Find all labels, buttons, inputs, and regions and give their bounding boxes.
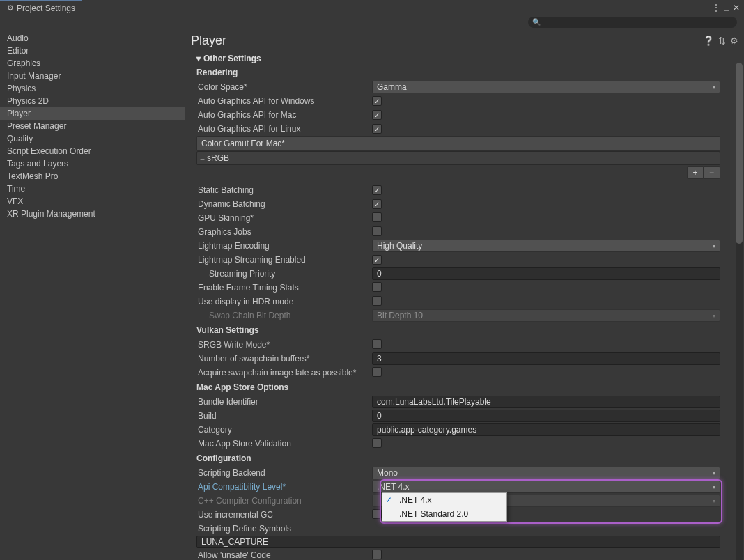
- presets-icon[interactable]: ⇅: [718, 36, 726, 46]
- checkbox-lightmap-streaming[interactable]: ✓: [372, 255, 382, 265]
- label-dynamic-batching: Dynamic Batching: [196, 199, 372, 209]
- checkbox-mac-validation[interactable]: [372, 438, 382, 448]
- input-define-symbols[interactable]: LUNA_CAPTURE: [196, 536, 720, 548]
- heading-vulkan: Vulkan Settings: [196, 322, 744, 338]
- label-graphics-jobs: Graphics Jobs: [196, 227, 372, 237]
- label-acquire-late: Acquire swapchain image late as possible…: [196, 368, 372, 378]
- input-category[interactable]: public.app-category.games: [372, 423, 720, 436]
- check-icon: ✓: [385, 495, 395, 505]
- label-build: Build: [196, 411, 372, 421]
- label-gpu-skinning: GPU Skinning*: [196, 213, 372, 223]
- label-auto-api-linux: Auto Graphics API for Linux: [196, 124, 372, 134]
- checkbox-frame-timing[interactable]: [372, 282, 382, 292]
- scrollbar-thumb[interactable]: [736, 63, 743, 244]
- heading-configuration: Configuration: [196, 451, 744, 466]
- checkbox-hdr-display[interactable]: [372, 296, 382, 306]
- label-swap-bit-depth: Swap Chain Bit Depth: [196, 311, 372, 320]
- checkbox-allow-unsafe[interactable]: [372, 550, 382, 559]
- sidebar-item-audio[interactable]: Audio: [0, 32, 185, 45]
- chevron-down-icon: ▾: [196, 54, 201, 63]
- checkbox-auto-api-mac[interactable]: ✓: [372, 110, 382, 120]
- help-icon[interactable]: ❔: [703, 36, 714, 46]
- popup-option-net4x[interactable]: ✓ .NET 4.x: [382, 493, 506, 507]
- label-frame-timing: Enable Frame Timing Stats: [196, 283, 372, 293]
- label-srgb-write: SRGB Write Mode*: [196, 340, 372, 350]
- checkbox-gpu-skinning[interactable]: [372, 212, 382, 222]
- heading-mac-app-store: Mac App Store Options: [196, 380, 744, 395]
- label-static-batching: Static Batching: [196, 185, 372, 195]
- label-mac-validation: Mac App Store Validation: [196, 439, 372, 449]
- dropdown-lightmap-encoding[interactable]: High Quality: [372, 240, 720, 252]
- sidebar-item-script-execution-order[interactable]: Script Execution Order: [0, 145, 185, 157]
- checkbox-dynamic-batching[interactable]: ✓: [372, 199, 382, 209]
- label-auto-api-windows: Auto Graphics API for Windows: [196, 96, 372, 106]
- label-auto-api-mac: Auto Graphics API for Mac: [196, 110, 372, 120]
- checkbox-auto-api-linux[interactable]: ✓: [372, 124, 382, 134]
- dropdown-swap-bit-depth: Bit Depth 10: [372, 309, 720, 322]
- checkbox-srgb-write[interactable]: [372, 339, 382, 349]
- input-bundle-id[interactable]: com.LunaLabsLtd.TilePlayable: [372, 396, 720, 408]
- main-panel: Player ❔ ⇅ ⚙ ▾ Other Settings Rendering …: [185, 29, 744, 560]
- dropdown-api-compat-level[interactable]: .NET 4.x: [372, 481, 720, 493]
- label-incremental-gc: Use incremental GC: [196, 510, 372, 520]
- titlebar: ⚙ Project Settings ⋮ ◻ ✕: [0, 0, 744, 15]
- list-item-srgb[interactable]: sRGB: [196, 151, 720, 165]
- checkbox-graphics-jobs[interactable]: [372, 226, 382, 236]
- sidebar-item-editor[interactable]: Editor: [0, 45, 185, 57]
- label-swapchain-buffers: Number of swapchain buffers*: [196, 354, 372, 364]
- label-lightmap-streaming: Lightmap Streaming Enabled: [196, 255, 372, 265]
- input-swapchain-buffers[interactable]: 3: [372, 352, 720, 365]
- search-input[interactable]: [528, 17, 737, 28]
- close-icon[interactable]: ✕: [733, 3, 740, 13]
- label-color-space: Color Space*: [196, 82, 372, 92]
- sidebar-item-physics-2d[interactable]: Physics 2D: [0, 95, 185, 107]
- label-lightmap-encoding: Lightmap Encoding: [196, 241, 372, 251]
- sidebar-item-graphics[interactable]: Graphics: [0, 57, 185, 70]
- foldout-other-settings[interactable]: ▾ Other Settings: [196, 52, 744, 65]
- label-define-symbols: Scripting Define Symbols: [196, 524, 372, 534]
- search-icon: 🔍: [532, 18, 541, 26]
- label-bundle-id: Bundle Identifier: [196, 397, 372, 407]
- sidebar-item-input-manager[interactable]: Input Manager: [0, 70, 185, 82]
- input-build[interactable]: 0: [372, 410, 720, 422]
- label-hdr-display: Use display in HDR mode: [196, 297, 372, 306]
- dropdown-popup-api-level: ✓ .NET 4.x .NET Standard 2.0: [382, 492, 507, 522]
- sidebar-item-preset-manager[interactable]: Preset Manager: [0, 120, 185, 132]
- label-category: Category: [196, 425, 372, 435]
- sidebar-item-xr-plugin-management[interactable]: XR Plugin Management: [0, 208, 185, 220]
- sidebar-item-player[interactable]: Player: [0, 107, 185, 120]
- sidebar-item-vfx[interactable]: VFX: [0, 195, 185, 208]
- label-color-gamut-mac: Color Gamut For Mac*: [196, 136, 720, 151]
- tab-project-settings[interactable]: ⚙ Project Settings: [0, 0, 82, 15]
- input-streaming-priority[interactable]: 0: [372, 267, 720, 280]
- add-button[interactable]: +: [687, 166, 704, 179]
- checkbox-acquire-late[interactable]: [372, 367, 382, 377]
- label-streaming-priority: Streaming Priority: [196, 269, 372, 279]
- checkbox-auto-api-windows[interactable]: ✓: [372, 96, 382, 106]
- checkbox-incremental-gc[interactable]: [372, 509, 382, 519]
- sidebar-item-physics[interactable]: Physics: [0, 82, 185, 95]
- label-cpp-config: C++ Compiler Configuration: [196, 496, 372, 506]
- more-icon[interactable]: ⋮: [712, 3, 720, 13]
- dropdown-scripting-backend[interactable]: Mono: [372, 467, 720, 479]
- label-scripting-backend: Scripting Backend: [196, 468, 372, 478]
- settings-gear-icon[interactable]: ⚙: [730, 36, 738, 46]
- checkbox-static-batching[interactable]: ✓: [372, 185, 382, 195]
- sidebar-item-tags-and-layers[interactable]: Tags and Layers: [0, 157, 185, 170]
- sidebar-item-quality[interactable]: Quality: [0, 132, 185, 145]
- gear-icon: ⚙: [7, 3, 14, 13]
- window-title: Project Settings: [17, 3, 75, 13]
- label-api-compat-level: Api Compatibility Level*: [196, 482, 372, 492]
- maximize-icon[interactable]: ◻: [723, 3, 730, 13]
- sidebar-item-time[interactable]: Time: [0, 182, 185, 195]
- sidebar-item-textmesh-pro[interactable]: TextMesh Pro: [0, 170, 185, 182]
- remove-button[interactable]: −: [704, 166, 720, 179]
- searchbar: 🔍: [0, 15, 744, 29]
- page-title: Player: [191, 33, 226, 48]
- settings-sidebar: Audio Editor Graphics Input Manager Phys…: [0, 29, 185, 560]
- heading-rendering: Rendering: [196, 65, 744, 80]
- label-allow-unsafe: Allow 'unsafe' Code: [196, 550, 372, 560]
- dropdown-color-space[interactable]: Gamma: [372, 81, 720, 93]
- popup-option-netstandard20[interactable]: .NET Standard 2.0: [382, 507, 506, 521]
